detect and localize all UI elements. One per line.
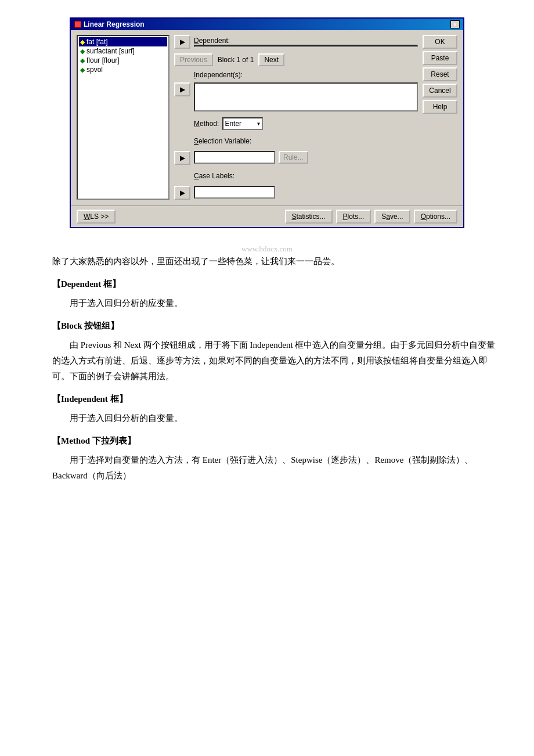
- dependent-arrow-button[interactable]: ▶: [174, 35, 190, 49]
- method-row: Method: Enter ▼: [174, 117, 418, 130]
- section-text-dependent: 用于选入回归分析的应变量。: [52, 296, 499, 311]
- independent-label: Independent(s):: [194, 71, 418, 79]
- var-item-surfactant[interactable]: ◆ surfactant [surf]: [79, 46, 167, 56]
- wls-button[interactable]: WLS >>: [77, 210, 116, 224]
- variable-list[interactable]: ◆ fat [fat] ◆ surfactant [surf] ◆ flour …: [77, 35, 169, 200]
- case-label: Case Labels:: [194, 172, 418, 180]
- block-row: Previous Block 1 of 1 Next: [174, 53, 418, 66]
- save-button[interactable]: Save...: [374, 210, 410, 224]
- var-icon-flour: ◆: [80, 57, 85, 64]
- selection-label: Selection Variable:: [194, 137, 418, 145]
- reset-button[interactable]: Reset: [423, 67, 457, 81]
- independent-input[interactable]: [194, 82, 418, 111]
- dialog-icon: [74, 21, 81, 28]
- next-button[interactable]: Next: [258, 53, 284, 66]
- section-header-dependent: 【Dependent 框】: [52, 276, 499, 292]
- cancel-button[interactable]: Cancel: [423, 84, 457, 98]
- dependent-input[interactable]: [194, 45, 418, 47]
- independent-section: ▶: [174, 82, 418, 111]
- middle-section: ▶ Dependent: Previous Block 1 of 1 Next …: [174, 35, 418, 200]
- dependent-row: ▶ Dependent:: [174, 35, 418, 49]
- dependent-field-group: Dependent:: [194, 37, 418, 47]
- paste-button[interactable]: Paste: [423, 51, 457, 65]
- case-section: ▶: [174, 186, 418, 200]
- var-item-flour[interactable]: ◆ flour [flour]: [79, 56, 167, 65]
- section-text-independent: 用于选入回归分析的自变量。: [52, 411, 499, 426]
- dialog-titlebar: Linear Regression ×: [71, 19, 463, 30]
- dialog-title: Linear Regression: [84, 20, 145, 28]
- options-button[interactable]: Options...: [414, 210, 457, 224]
- dialog-wrapper: Linear Regression × ◆ fat [fat] ◆ surfac…: [35, 17, 499, 228]
- method-dropdown[interactable]: Enter ▼: [222, 117, 263, 130]
- section-text-method: 用于选择对自变量的选入方法，有 Enter（强行进入法）、Stepwise（逐步…: [52, 452, 499, 484]
- block-label: Block 1 of 1: [215, 56, 257, 64]
- var-item-spvol[interactable]: ◆ spvol: [79, 65, 167, 74]
- titlebar-title-group: Linear Regression: [74, 20, 145, 28]
- case-input[interactable]: [194, 186, 275, 199]
- dialog-footer: WLS >> Statistics... Plots... Save... Op…: [71, 206, 463, 227]
- section-header-method: 【Method 下拉列表】: [52, 433, 499, 449]
- statistics-button[interactable]: Statistics...: [285, 210, 333, 224]
- main-content: 除了大家熟悉的内容以外，里面还出现了一些特色菜，让我们来一一品尝。 【Depen…: [35, 254, 499, 484]
- dependent-label: Dependent:: [194, 37, 418, 45]
- var-icon-surfactant: ◆: [80, 48, 85, 55]
- selection-arrow-button[interactable]: ▶: [174, 151, 190, 165]
- section-header-block: 【Block 按钮组】: [52, 318, 499, 334]
- intro-paragraph: 除了大家熟悉的内容以外，里面还出现了一些特色菜，让我们来一一品尝。: [35, 254, 499, 269]
- var-label-spvol: spvol: [86, 66, 103, 74]
- linear-regression-dialog: Linear Regression × ◆ fat [fat] ◆ surfac…: [70, 17, 464, 228]
- plots-button[interactable]: Plots...: [336, 210, 371, 224]
- var-label-fat: fat [fat]: [86, 38, 108, 46]
- var-item-fat[interactable]: ◆ fat [fat]: [79, 37, 167, 46]
- section-text-block: 由 Previous 和 Next 两个按钮组成，用于将下面 Independe…: [52, 337, 499, 384]
- dropdown-arrow-icon: ▼: [256, 121, 261, 127]
- method-label: Method:: [194, 120, 219, 128]
- selection-section: ▶ Rule...: [174, 151, 418, 165]
- previous-button[interactable]: Previous: [174, 53, 213, 66]
- close-button[interactable]: ×: [450, 20, 460, 28]
- var-icon-fat: ◆: [80, 38, 85, 46]
- help-button[interactable]: Help: [423, 100, 457, 114]
- ok-button[interactable]: OK: [423, 35, 457, 49]
- selection-input[interactable]: [194, 151, 275, 164]
- right-buttons: OK Paste Reset Cancel Help: [423, 35, 457, 200]
- var-label-flour: flour [flour]: [86, 56, 120, 64]
- independent-arrow-button[interactable]: ▶: [174, 82, 190, 96]
- var-label-surfactant: surfactant [surf]: [86, 47, 135, 55]
- section-header-independent: 【Independent 框】: [52, 391, 499, 407]
- dialog-body: ◆ fat [fat] ◆ surfactant [surf] ◆ flour …: [71, 30, 463, 206]
- case-arrow-button[interactable]: ▶: [174, 186, 190, 200]
- var-icon-spvol: ◆: [80, 66, 85, 74]
- watermark: www.bdocx.com: [35, 244, 499, 254]
- rule-button[interactable]: Rule...: [279, 151, 308, 164]
- method-value: Enter: [225, 120, 241, 128]
